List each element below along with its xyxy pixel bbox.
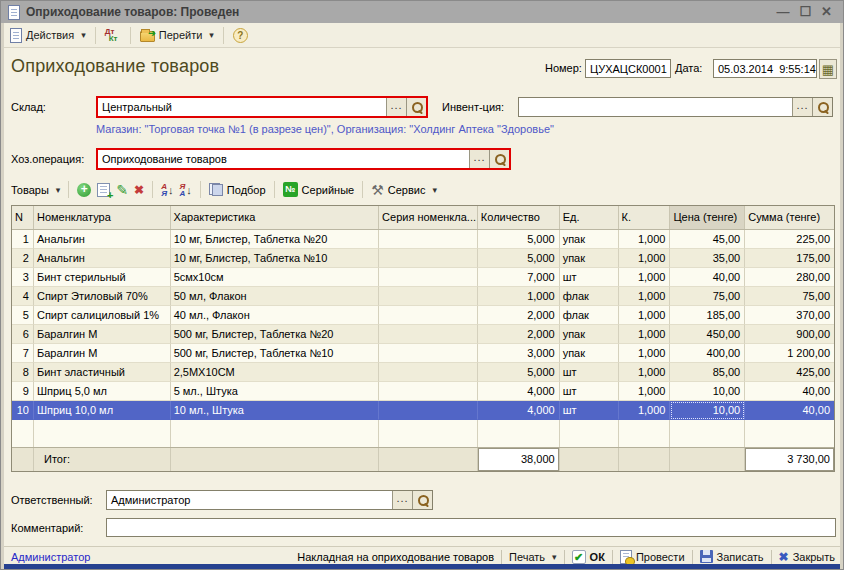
cell-char[interactable]: 50 мл, Флакон — [171, 287, 379, 306]
cell-char[interactable]: 5 мл., Штука — [171, 382, 379, 401]
table-row[interactable]: 4Спирт Этиловый 70%50 мл, Флакон1,000фла… — [12, 287, 834, 306]
cell-sum[interactable]: 1 200,00 — [745, 344, 834, 363]
service-menu-button[interactable]: Сервис — [371, 182, 437, 198]
goods-table-empty-area[interactable] — [12, 420, 834, 447]
cell-unit[interactable]: шт — [560, 363, 619, 382]
debit-credit-button[interactable] — [101, 26, 125, 44]
minimize-button[interactable]: — — [776, 5, 789, 19]
cell-name[interactable]: Бинт стерильный — [34, 268, 171, 287]
column-header-nomenclature[interactable]: Номенклатура — [34, 206, 171, 229]
cell-n[interactable]: 6 — [12, 325, 34, 344]
cell-n[interactable]: 4 — [12, 287, 34, 306]
cell-qty[interactable]: 5,000 — [478, 230, 560, 249]
responsible-select-button[interactable] — [392, 491, 412, 509]
cell-qty[interactable]: 4,000 — [478, 382, 560, 401]
edit-row-button[interactable] — [116, 182, 128, 198]
cell-sum[interactable]: 40,00 — [745, 382, 834, 401]
cell-qty[interactable]: 3,000 — [478, 344, 560, 363]
cell-series[interactable] — [379, 363, 478, 382]
close-button[interactable]: Закрыть — [779, 550, 835, 564]
cell-series[interactable] — [379, 325, 478, 344]
cell-n[interactable]: 7 — [12, 344, 34, 363]
table-row[interactable]: 1Анальгин10 мг, Блистер, Таблетка №205,0… — [12, 230, 834, 249]
help-button[interactable] — [229, 26, 252, 45]
column-header-series[interactable]: Серия номенкла... — [379, 206, 478, 229]
responsible-find-button[interactable] — [412, 491, 432, 509]
cell-unit[interactable]: шт — [560, 382, 619, 401]
cell-name[interactable]: Анальгин — [34, 230, 171, 249]
cell-n[interactable]: 1 — [12, 230, 34, 249]
cell-sum[interactable]: 40,00 — [745, 401, 834, 420]
cell-char[interactable]: 500 мг, Блистер, Таблетка №20 — [171, 325, 379, 344]
cell-unit[interactable]: упак — [560, 249, 619, 268]
cell-n[interactable]: 2 — [12, 249, 34, 268]
cell-sum[interactable]: 75,00 — [745, 287, 834, 306]
cell-price[interactable]: 450,00 — [670, 325, 745, 344]
column-header-n[interactable]: N — [12, 206, 34, 229]
table-row[interactable]: 6Баралгин М500 мг, Блистер, Таблетка №20… — [12, 325, 834, 344]
cell-n[interactable]: 5 — [12, 306, 34, 325]
add-row-button[interactable] — [77, 183, 91, 197]
cell-series[interactable] — [379, 287, 478, 306]
cell-price[interactable]: 40,00 — [670, 268, 745, 287]
operation-select-button[interactable] — [469, 150, 489, 168]
cell-qty[interactable]: 5,000 — [478, 249, 560, 268]
warehouse-find-button[interactable] — [406, 98, 426, 116]
cell-n[interactable]: 8 — [12, 363, 34, 382]
column-header-characteristic[interactable]: Характеристика — [171, 206, 379, 229]
column-header-unit[interactable]: Ед. — [560, 206, 619, 229]
table-row[interactable]: 2Анальгин10 мг, Блистер, Таблетка №105,0… — [12, 249, 834, 268]
cell-series[interactable] — [379, 401, 478, 420]
cell-n[interactable]: 9 — [12, 382, 34, 401]
sort-ascending-button[interactable] — [161, 183, 173, 197]
inventory-select-button[interactable] — [792, 98, 812, 116]
table-row[interactable]: 8Бинт эластичный2,5МХ10СМ5,000шт1,00085,… — [12, 363, 834, 382]
cell-k[interactable]: 1,000 — [619, 249, 671, 268]
table-row[interactable]: 7Баралгин М500 мг, Блистер, Таблетка №10… — [12, 344, 834, 363]
cell-price[interactable]: 185,00 — [670, 306, 745, 325]
cell-unit[interactable]: упак — [560, 230, 619, 249]
cell-name[interactable]: Баралгин М — [34, 344, 171, 363]
sort-descending-button[interactable] — [180, 183, 192, 197]
cell-qty[interactable]: 1,000 — [478, 287, 560, 306]
inventory-find-button[interactable] — [812, 98, 832, 116]
cell-unit[interactable]: шт — [560, 401, 619, 420]
cell-name[interactable]: Спирт Этиловый 70% — [34, 287, 171, 306]
cell-unit[interactable]: флак — [560, 306, 619, 325]
cell-series[interactable] — [379, 344, 478, 363]
cell-char[interactable]: 10 мг, Блистер, Таблетка №20 — [171, 230, 379, 249]
warehouse-select-button[interactable] — [386, 98, 406, 116]
table-row[interactable]: 10Шприц 10,0 мл10 мл., Штука4,000шт1,000… — [12, 401, 834, 420]
ok-button[interactable]: ОК — [572, 550, 605, 564]
operation-field[interactable]: Оприходование товаров — [96, 148, 511, 170]
goto-menu-button[interactable]: Перейти — [136, 27, 218, 44]
cell-sum[interactable]: 425,00 — [745, 363, 834, 382]
cell-char[interactable]: 40 мл., Флакон — [171, 306, 379, 325]
responsible-field[interactable]: Администратор — [106, 490, 433, 510]
serial-button[interactable]: Серийные — [283, 182, 355, 197]
cell-name[interactable]: Спирт салициловый 1% — [34, 306, 171, 325]
maximize-button[interactable]: ☐ — [799, 5, 811, 19]
cell-char[interactable]: 2,5МХ10СМ — [171, 363, 379, 382]
operation-find-button[interactable] — [489, 150, 509, 168]
delete-row-button[interactable] — [134, 183, 144, 197]
cell-price[interactable]: 10,00 — [670, 401, 745, 420]
cell-name[interactable]: Баралгин М — [34, 325, 171, 344]
date-field[interactable]: 05.03.2014 9:55:14 — [713, 59, 817, 78]
column-header-sum[interactable]: Сумма (тенге) — [745, 206, 834, 229]
cell-sum[interactable]: 225,00 — [745, 230, 834, 249]
cell-sum[interactable]: 370,00 — [745, 306, 834, 325]
close-window-button[interactable]: ✕ — [821, 5, 832, 19]
post-button[interactable]: Провести — [620, 550, 685, 564]
goods-menu-button[interactable]: Товары — [11, 184, 60, 196]
cell-unit[interactable]: упак — [560, 325, 619, 344]
cell-unit[interactable]: шт — [560, 268, 619, 287]
cell-char[interactable]: 10 мг, Блистер, Таблетка №10 — [171, 249, 379, 268]
cell-k[interactable]: 1,000 — [619, 230, 671, 249]
cell-k[interactable]: 1,000 — [619, 401, 671, 420]
cell-k[interactable]: 1,000 — [619, 382, 671, 401]
number-field[interactable]: ЦУХАЦСК0001 — [585, 59, 671, 78]
save-button[interactable]: Записать — [700, 550, 764, 563]
warehouse-field[interactable]: Центральный — [96, 96, 428, 118]
cell-name[interactable]: Шприц 5,0 мл — [34, 382, 171, 401]
